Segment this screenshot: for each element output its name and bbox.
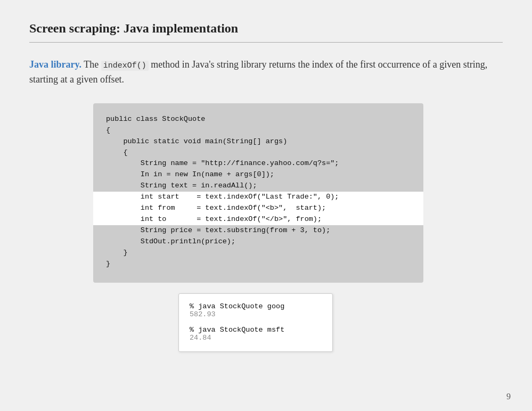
slide-title: Screen scraping: Java implementation — [29, 21, 503, 36]
code-line-6: String text = in.readAll(); — [106, 180, 411, 192]
title-divider — [29, 42, 503, 43]
code-line-9: int to = text.indexOf("</b>", from); — [93, 214, 423, 225]
code-line-12: } — [106, 248, 411, 259]
output-block: % java StockQuote goog 582.93 % java Sto… — [178, 293, 333, 352]
code-line-5: In in = new In(name + args[0]); — [106, 169, 411, 180]
intro-text: Java library. The indexOf() method in Ja… — [29, 57, 503, 87]
output-command2: % java StockQuote msft — [190, 326, 320, 334]
code-line-4: String name = "http://finance.yahoo.com/… — [106, 158, 411, 169]
code-block: public class StockQuote { public static … — [93, 103, 423, 283]
code-line-2: public static void main(String[] args) — [106, 136, 411, 147]
code-area-wrapper: public class StockQuote { public static … — [93, 103, 503, 283]
slide: Screen scraping: Java implementation Jav… — [0, 0, 532, 411]
code-line-7: int start = text.indexOf("Last Trade:", … — [93, 192, 423, 203]
intro-text1: The — [81, 59, 101, 70]
output-value1: 582.93 — [190, 310, 320, 318]
output-gap — [190, 318, 320, 326]
code-line-13: } — [106, 259, 411, 270]
code-line-8: int from = text.indexOf("<b>", start); — [93, 203, 423, 214]
intro-code-method: indexOf() — [101, 61, 149, 71]
code-line-0: public class StockQuote — [106, 114, 411, 125]
page-number: 9 — [506, 392, 511, 401]
code-line-10: String price = text.substring(from + 3, … — [106, 225, 411, 236]
intro-label: Java library. — [29, 59, 81, 70]
code-line-11: StdOut.println(price); — [106, 236, 411, 248]
code-line-3: { — [106, 147, 411, 159]
output-command1: % java StockQuote goog — [190, 302, 320, 310]
output-value2: 24.84 — [190, 334, 320, 342]
code-line-1: { — [106, 125, 411, 136]
